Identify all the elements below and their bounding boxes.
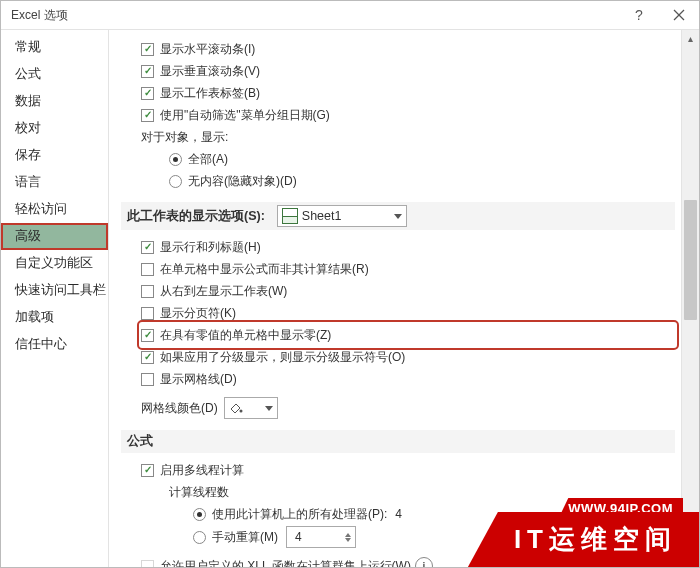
- option-row: 显示网格线(D): [141, 368, 675, 390]
- sidebar-item-quick-access-toolbar[interactable]: 快速访问工具栏: [1, 277, 108, 304]
- spinner-down-icon[interactable]: [345, 538, 351, 542]
- radio-objects-none[interactable]: [169, 175, 182, 188]
- option-row: 如果应用了分级显示，则显示分级显示符号(O): [141, 346, 675, 368]
- sidebar-item-label: 数据: [15, 94, 41, 108]
- option-label: 显示网格线(D): [160, 371, 237, 388]
- sidebar-item-label: 轻松访问: [15, 202, 67, 216]
- option-row: 显示工作表标签(B): [141, 82, 675, 104]
- sidebar-item-general[interactable]: 常规: [1, 34, 108, 61]
- checkbox-show-formulas[interactable]: [141, 263, 154, 276]
- help-button[interactable]: ?: [621, 3, 657, 27]
- gridline-color-dropdown[interactable]: [224, 397, 278, 419]
- option-label: 显示分页符(K): [160, 305, 236, 322]
- option-label: 手动重算(M): [212, 529, 278, 546]
- sidebar-item-label: 高级: [15, 229, 41, 243]
- vertical-scrollbar[interactable]: ▴ ▾: [681, 30, 699, 567]
- object-display-label: 对于对象，显示:: [141, 129, 228, 146]
- gridline-color-label: 网格线颜色(D): [141, 400, 218, 417]
- checkbox-horiz-scrollbar[interactable]: [141, 43, 154, 56]
- window-title: Excel 选项: [11, 7, 621, 24]
- sidebar-item-label: 快速访问工具栏: [15, 283, 106, 297]
- chevron-down-icon: [265, 406, 273, 411]
- option-label: 从右到左显示工作表(W): [160, 283, 287, 300]
- checkbox-multithread[interactable]: [141, 464, 154, 477]
- object-display-label-row: 对于对象，显示:: [141, 126, 675, 148]
- option-row: 显示行和列标题(H): [141, 236, 675, 258]
- option-label: 如果应用了分级显示，则显示分级显示符号(O): [160, 349, 405, 366]
- checkbox-show-zeros[interactable]: [141, 329, 154, 342]
- section-title: 公式: [127, 433, 153, 450]
- watermark-large: IT运维空间: [468, 512, 699, 567]
- option-label: 使用"自动筛选"菜单分组日期(G): [160, 107, 330, 124]
- gridline-color-row: 网格线颜色(D): [141, 396, 675, 420]
- radio-use-all-processors[interactable]: [193, 508, 206, 521]
- dialog-body: 常规 公式 数据 校对 保存 语言 轻松访问 高级 自定义功能区 快速访问工具栏…: [1, 30, 699, 567]
- option-row: 从右到左显示工作表(W): [141, 280, 675, 302]
- titlebar-buttons: ?: [621, 3, 697, 27]
- checkbox-show-gridlines[interactable]: [141, 373, 154, 386]
- option-label: 显示工作表标签(B): [160, 85, 260, 102]
- chevron-down-icon: [394, 214, 402, 219]
- processor-count: 4: [395, 507, 402, 521]
- option-label: 全部(A): [188, 151, 228, 168]
- radio-objects-all[interactable]: [169, 153, 182, 166]
- radio-manual-threads[interactable]: [193, 531, 206, 544]
- worksheet-icon: [282, 208, 298, 224]
- option-row: 使用"自动筛选"菜单分组日期(G): [141, 104, 675, 126]
- option-label: 使用此计算机上的所有处理器(P):: [212, 506, 387, 523]
- checkbox-outline-symbols[interactable]: [141, 351, 154, 364]
- sidebar-item-label: 常规: [15, 40, 41, 54]
- option-row: 显示水平滚动条(I): [141, 38, 675, 60]
- option-label: 无内容(隐藏对象)(D): [188, 173, 297, 190]
- close-button[interactable]: [661, 3, 697, 27]
- sidebar-item-proofing[interactable]: 校对: [1, 115, 108, 142]
- sidebar-item-label: 公式: [15, 67, 41, 81]
- section-formulas: 公式: [121, 430, 675, 453]
- thread-count-input[interactable]: 4: [286, 526, 356, 548]
- option-label: 显示行和列标题(H): [160, 239, 261, 256]
- checkbox-xll-cluster: [141, 560, 154, 568]
- sidebar-item-label: 加载项: [15, 310, 54, 324]
- main-content: 显示水平滚动条(I) 显示垂直滚动条(V) 显示工作表标签(B) 使用"自动筛选…: [109, 30, 681, 567]
- sidebar-item-language[interactable]: 语言: [1, 169, 108, 196]
- section-sheet-display: 此工作表的显示选项(S): Sheet1: [121, 202, 675, 230]
- close-icon: [673, 9, 685, 21]
- sidebar-item-addins[interactable]: 加载项: [1, 304, 108, 331]
- sidebar-item-formulas[interactable]: 公式: [1, 61, 108, 88]
- option-label: 显示水平滚动条(I): [160, 41, 255, 58]
- sidebar-item-label: 信任中心: [15, 337, 67, 351]
- sheet-select-dropdown[interactable]: Sheet1: [277, 205, 407, 227]
- checkbox-sheet-tabs[interactable]: [141, 87, 154, 100]
- option-label: 允许用户定义的 XLL 函数在计算群集上运行(W): [160, 558, 411, 568]
- option-label: 在具有零值的单元格中显示零(Z): [160, 327, 331, 344]
- sidebar-item-label: 语言: [15, 175, 41, 189]
- scroll-up-button[interactable]: ▴: [682, 30, 699, 47]
- checkbox-vert-scrollbar[interactable]: [141, 65, 154, 78]
- spinner-up-icon[interactable]: [345, 533, 351, 537]
- sidebar-item-accessibility[interactable]: 轻松访问: [1, 196, 108, 223]
- option-row: 全部(A): [169, 148, 675, 170]
- checkbox-autofilter-group-dates[interactable]: [141, 109, 154, 122]
- option-row: 显示垂直滚动条(V): [141, 60, 675, 82]
- category-sidebar: 常规 公式 数据 校对 保存 语言 轻松访问 高级 自定义功能区 快速访问工具栏…: [1, 30, 109, 567]
- option-row: 无内容(隐藏对象)(D): [169, 170, 675, 192]
- sidebar-item-data[interactable]: 数据: [1, 88, 108, 115]
- checkbox-rtl-sheet[interactable]: [141, 285, 154, 298]
- sheet-select-value: Sheet1: [302, 209, 342, 223]
- checkbox-page-breaks[interactable]: [141, 307, 154, 320]
- sidebar-item-advanced[interactable]: 高级: [1, 223, 108, 250]
- option-row: 启用多线程计算: [141, 459, 675, 481]
- help-icon: ?: [635, 7, 643, 23]
- option-label: 在单元格中显示公式而非其计算结果(R): [160, 261, 369, 278]
- option-row-show-zeros: 在具有零值的单元格中显示零(Z): [141, 324, 675, 346]
- sidebar-item-customize-ribbon[interactable]: 自定义功能区: [1, 250, 108, 277]
- checkbox-show-headings[interactable]: [141, 241, 154, 254]
- option-row: 在单元格中显示公式而非其计算结果(R): [141, 258, 675, 280]
- scroll-thumb[interactable]: [684, 200, 697, 320]
- main-panel: 显示水平滚动条(I) 显示垂直滚动条(V) 显示工作表标签(B) 使用"自动筛选…: [109, 30, 699, 567]
- thread-count-label: 计算线程数: [169, 484, 229, 501]
- sidebar-item-label: 校对: [15, 121, 41, 135]
- sidebar-item-trust-center[interactable]: 信任中心: [1, 331, 108, 358]
- sidebar-item-save[interactable]: 保存: [1, 142, 108, 169]
- titlebar: Excel 选项 ?: [1, 1, 699, 30]
